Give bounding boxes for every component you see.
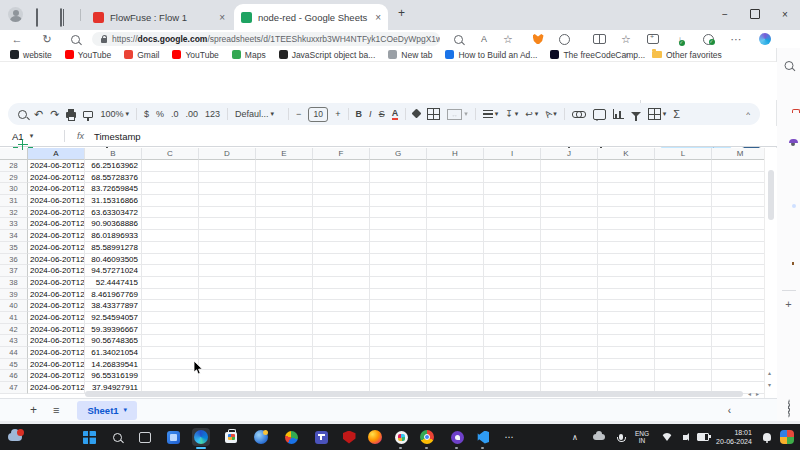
sphere-app-button[interactable] bbox=[252, 428, 270, 446]
tab-close-icon[interactable]: × bbox=[219, 12, 225, 23]
bookmarks-overflow-button[interactable]: › bbox=[625, 50, 628, 60]
increase-font-size-button[interactable]: + bbox=[335, 109, 340, 119]
taskbar-search-button[interactable] bbox=[108, 428, 126, 446]
scroll-left-icon[interactable]: ◂ bbox=[748, 391, 751, 397]
empty-cells[interactable] bbox=[142, 265, 765, 277]
slack-button[interactable] bbox=[392, 428, 410, 446]
cell-timestamp[interactable]: 2024-06-20T12:2 bbox=[28, 183, 85, 195]
cell-timestamp[interactable]: 2024-06-20T12:2 bbox=[28, 242, 85, 254]
fill-color-button[interactable] bbox=[413, 110, 420, 119]
split-screen-button[interactable] bbox=[590, 30, 608, 48]
bookmark-4[interactable]: Maps bbox=[232, 50, 266, 60]
start-button[interactable] bbox=[80, 428, 98, 446]
decrease-font-size-button[interactable]: − bbox=[296, 109, 301, 119]
functions-button[interactable]: Σ bbox=[673, 108, 680, 120]
cell-value[interactable]: 80.46093505 bbox=[85, 254, 142, 266]
scroll-down-icon[interactable]: ▾ bbox=[768, 382, 771, 388]
empty-cells[interactable] bbox=[142, 172, 765, 184]
bookmark-7[interactable]: How to Build an Ad... bbox=[445, 50, 537, 60]
cell-timestamp[interactable]: 2024-06-20T12:2 bbox=[28, 265, 85, 277]
extension-button[interactable] bbox=[556, 30, 572, 48]
empty-cells[interactable] bbox=[142, 277, 765, 289]
workspaces-button[interactable] bbox=[36, 9, 38, 27]
zoom-select[interactable]: 100%▾ bbox=[100, 109, 129, 119]
bookmark-6[interactable]: New tab bbox=[388, 50, 432, 60]
other-favorites-button[interactable]: Other favorites bbox=[652, 50, 722, 60]
metamask-extension-button[interactable] bbox=[530, 30, 546, 48]
column-header-2[interactable]: C bbox=[142, 148, 199, 160]
favorite-star-button[interactable]: ☆ bbox=[500, 30, 516, 48]
cell-timestamp[interactable]: 2024-06-20T12:2 bbox=[28, 324, 85, 336]
empty-cells[interactable] bbox=[142, 183, 765, 195]
favorites-bar-button[interactable]: ☆ bbox=[618, 30, 634, 48]
vertical-align-button[interactable]: ↧▾ bbox=[505, 109, 518, 119]
text-rotation-button[interactable]: A▾ bbox=[545, 109, 557, 119]
read-aloud-button[interactable]: A bbox=[476, 30, 492, 48]
row-header[interactable]: 29 bbox=[0, 172, 28, 184]
row-header[interactable]: 35 bbox=[0, 242, 28, 254]
cell-timestamp[interactable]: 2024-06-20T12:2 bbox=[28, 370, 85, 382]
row-header[interactable]: 33 bbox=[0, 218, 28, 230]
cell-value[interactable]: 8.461967769 bbox=[85, 289, 142, 301]
increase-decimals-button[interactable]: .00 bbox=[186, 109, 199, 119]
battery-tray-button[interactable] bbox=[694, 428, 712, 446]
collections-button[interactable] bbox=[644, 30, 662, 48]
collapse-side-panel-button[interactable]: ‹ bbox=[728, 405, 731, 416]
column-header-4[interactable]: E bbox=[256, 148, 313, 160]
insert-link-button[interactable] bbox=[572, 111, 586, 118]
cell-timestamp[interactable]: 2024-06-20T12:2 bbox=[28, 300, 85, 312]
column-header-10[interactable]: K bbox=[598, 148, 655, 160]
font-family-select[interactable]: Defaul...▾ bbox=[235, 109, 281, 119]
back-button[interactable]: ← bbox=[8, 30, 26, 48]
paint-format-button[interactable] bbox=[83, 111, 93, 118]
bookmark-0[interactable]: website bbox=[10, 50, 52, 60]
sidebar-search-button[interactable] bbox=[784, 56, 793, 74]
bookmark-8[interactable]: The freeCodeCamp... bbox=[550, 50, 645, 60]
cell-value[interactable]: 96.55316199 bbox=[85, 370, 142, 382]
row-header[interactable]: 44 bbox=[0, 347, 28, 359]
formula-input[interactable]: Timestamp bbox=[94, 131, 141, 142]
decrease-decimals-button[interactable]: .0 bbox=[171, 109, 179, 119]
toolbar-search-button[interactable] bbox=[18, 110, 27, 119]
column-header-5[interactable]: F bbox=[313, 148, 370, 160]
copilot-button[interactable] bbox=[756, 30, 774, 48]
column-header-6[interactable]: G bbox=[370, 148, 427, 160]
mcafee-button[interactable] bbox=[340, 428, 358, 446]
row-header[interactable]: 41 bbox=[0, 312, 28, 324]
wifi-tray-button[interactable] bbox=[658, 428, 676, 446]
add-sheet-button[interactable]: + bbox=[30, 403, 37, 417]
downloads-button[interactable]: ↓✓ bbox=[672, 30, 688, 48]
print-button[interactable] bbox=[66, 110, 76, 118]
cell-value[interactable]: 83.72659845 bbox=[85, 183, 142, 195]
window-restore-button[interactable] bbox=[740, 0, 770, 28]
strikethrough-button[interactable]: S bbox=[379, 109, 385, 119]
empty-cells[interactable] bbox=[142, 289, 765, 301]
empty-cells[interactable] bbox=[142, 312, 765, 324]
undo-button[interactable]: ↶ bbox=[34, 108, 43, 121]
horizontal-align-button[interactable]: ▾ bbox=[483, 110, 499, 118]
weather-widget-button[interactable] bbox=[6, 428, 24, 446]
cell-timestamp[interactable]: 2024-06-20T12:2 bbox=[28, 172, 85, 184]
meet-app-button[interactable] bbox=[282, 428, 300, 446]
cell-value[interactable]: 61.34021054 bbox=[85, 347, 142, 359]
format-currency-button[interactable]: $ bbox=[144, 109, 149, 119]
row-header[interactable]: 42 bbox=[0, 324, 28, 336]
refresh-button[interactable]: ↻ bbox=[38, 30, 56, 48]
empty-cells[interactable] bbox=[142, 254, 765, 266]
row-header[interactable]: 37 bbox=[0, 265, 28, 277]
cell-value[interactable]: 63.63303472 bbox=[85, 207, 142, 219]
row-header[interactable]: 40 bbox=[0, 300, 28, 312]
row-header[interactable]: 28 bbox=[0, 160, 28, 172]
tray-chevron-button[interactable]: ∧ bbox=[566, 428, 584, 446]
horizontal-scrollbar[interactable] bbox=[85, 391, 743, 397]
cell-timestamp[interactable]: 2024-06-20T12:2 bbox=[28, 359, 85, 371]
github-desktop-button[interactable] bbox=[448, 428, 466, 446]
borders-button[interactable] bbox=[427, 108, 440, 120]
clock[interactable]: 18:0120-06-2024 bbox=[712, 428, 756, 446]
name-box[interactable]: A1 ▾ bbox=[0, 131, 64, 142]
column-header-3[interactable]: D bbox=[199, 148, 256, 160]
browser-essentials-button[interactable]: ✓ bbox=[700, 30, 716, 48]
column-header-7[interactable]: H bbox=[427, 148, 484, 160]
cell-timestamp[interactable]: 2024-06-20T12:2 bbox=[28, 289, 85, 301]
row-header[interactable]: 39 bbox=[0, 289, 28, 301]
